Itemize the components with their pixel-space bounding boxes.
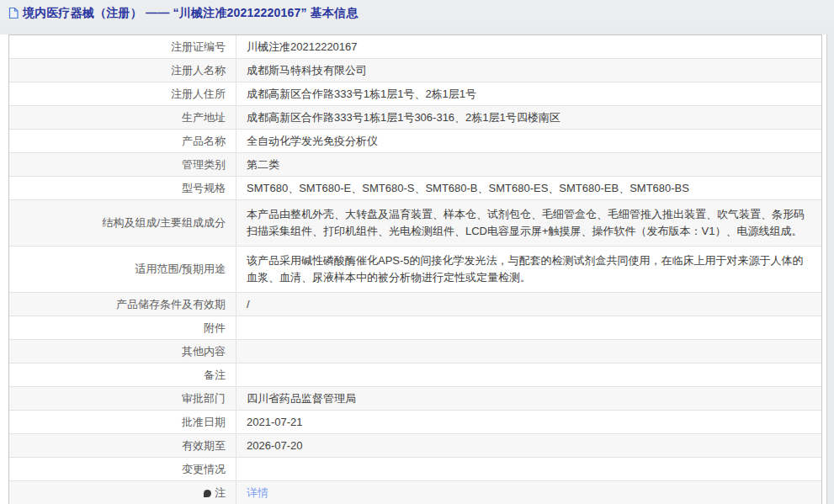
table-row-note: 注 详情 bbox=[9, 481, 821, 504]
row-label: 注 bbox=[9, 481, 236, 504]
row-label: 生产地址 bbox=[9, 106, 236, 129]
row-value bbox=[236, 316, 821, 339]
row-value: 四川省药品监督管理局 bbox=[236, 387, 821, 410]
row-value: / bbox=[236, 293, 821, 316]
table-row: 型号规格 SMT680、SMT680-E、SMT680-S、SMT680-B、S… bbox=[9, 177, 821, 200]
row-label: 备注 bbox=[9, 363, 236, 386]
row-value: 本产品由整机外壳、大转盘及温育装置、样本仓、试剂包仓、毛细管盒仓、毛细管推入推出… bbox=[236, 200, 821, 246]
content-panel: 注册证编号 川械注准20212220167 注册人名称 成都斯马特科技有限公司 … bbox=[0, 34, 827, 504]
table-row: 有效期至 2026-07-20 bbox=[9, 434, 821, 458]
table-row: 批准日期 2021-07-21 bbox=[9, 411, 821, 434]
row-value: 川械注准20212220167 bbox=[236, 35, 821, 58]
row-label: 审批部门 bbox=[9, 387, 236, 410]
table-row: 管理类别 第二类 bbox=[9, 153, 821, 177]
row-label: 产品名称 bbox=[9, 130, 236, 152]
table-row: 注册人住所 成都高新区合作路333号1栋1层1号、2栋1层1号 bbox=[9, 82, 821, 106]
row-label: 注册人名称 bbox=[9, 59, 236, 82]
note-label: 注 bbox=[215, 485, 226, 501]
row-value: 全自动化学发光免疫分析仪 bbox=[236, 130, 821, 152]
table-row: 适用范围/预期用途 该产品采用碱性磷酸酶催化APS-5的间接化学发光法，与配套的… bbox=[9, 247, 821, 293]
table-row: 变更情况 bbox=[9, 458, 821, 481]
row-label: 其他内容 bbox=[9, 340, 236, 363]
table-row: 备注 bbox=[9, 363, 821, 387]
table-row: 其他内容 bbox=[9, 340, 821, 363]
table-row: 产品储存条件及有效期 / bbox=[9, 293, 821, 316]
row-value: 成都斯马特科技有限公司 bbox=[236, 59, 821, 82]
row-label: 附件 bbox=[9, 316, 236, 339]
row-value: 第二类 bbox=[236, 153, 821, 176]
row-label: 变更情况 bbox=[9, 458, 236, 480]
row-value: 成都高新区合作路333号1栋1层1号、2栋1层1号 bbox=[236, 82, 821, 105]
table-row: 注册证编号 川械注准20212220167 bbox=[9, 35, 821, 59]
row-value bbox=[236, 340, 821, 363]
row-label: 注册人住所 bbox=[9, 82, 236, 105]
header-bar: 境内医疗器械（注册） —— “川械注准20212220167” 基本信息 bbox=[0, 0, 834, 26]
row-value: 该产品采用碱性磷酸酶催化APS-5的间接化学发光法，与配套的检测试剂盒共同使用，… bbox=[236, 247, 821, 292]
row-label: 结构及组成/主要组成成分 bbox=[9, 200, 236, 246]
row-value: 2021-07-21 bbox=[236, 411, 821, 433]
page-title: 境内医疗器械（注册） —— “川械注准20212220167” 基本信息 bbox=[23, 6, 359, 21]
row-value: 成都高新区合作路333号1栋1层1号306-316、2栋1层1号四楼南区 bbox=[236, 106, 821, 129]
table-row: 附件 bbox=[9, 316, 821, 340]
row-label: 适用范围/预期用途 bbox=[9, 247, 236, 292]
table-row: 产品名称 全自动化学发光免疫分析仪 bbox=[9, 130, 821, 153]
table-row: 注册人名称 成都斯马特科技有限公司 bbox=[9, 59, 821, 82]
row-label: 型号规格 bbox=[9, 177, 236, 199]
row-value: 2026-07-20 bbox=[236, 434, 821, 457]
table-row: 生产地址 成都高新区合作路333号1栋1层1号306-316、2栋1层1号四楼南… bbox=[9, 106, 821, 130]
row-label: 管理类别 bbox=[9, 153, 236, 176]
table-row: 结构及组成/主要组成成分 本产品由整机外壳、大转盘及温育装置、样本仓、试剂包仓、… bbox=[9, 200, 821, 247]
info-table: 注册证编号 川械注准20212220167 注册人名称 成都斯马特科技有限公司 … bbox=[8, 34, 822, 504]
row-value bbox=[236, 363, 821, 386]
document-icon bbox=[8, 7, 19, 19]
row-value: SMT680、SMT680-E、SMT680-S、SMT680-B、SMT680… bbox=[236, 177, 821, 199]
row-value: 详情 bbox=[236, 481, 821, 504]
table-row: 审批部门 四川省药品监督管理局 bbox=[9, 387, 821, 411]
row-label: 有效期至 bbox=[9, 434, 236, 457]
row-label: 批准日期 bbox=[9, 411, 236, 433]
note-bulb-icon bbox=[204, 490, 211, 497]
row-value bbox=[236, 458, 821, 480]
row-label: 产品储存条件及有效期 bbox=[9, 293, 236, 316]
row-label: 注册证编号 bbox=[9, 35, 236, 58]
detail-link[interactable]: 详情 bbox=[247, 485, 268, 501]
